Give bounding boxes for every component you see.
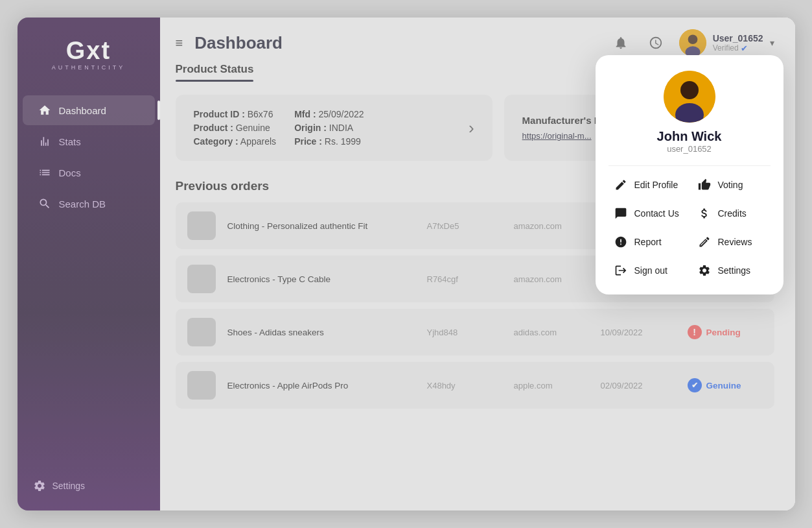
edit-icon	[612, 176, 629, 193]
order-name: Shoes - Adidas sneakers	[227, 328, 415, 337]
origin-row: Origin : INDIA	[294, 123, 364, 133]
header-avatar	[679, 29, 706, 56]
logo-text: Gxt	[66, 38, 111, 63]
order-thumbnail	[187, 211, 216, 240]
table-row[interactable]: Shoes - Adidas sneakers Yjhd848 adidas.c…	[176, 309, 774, 355]
main-content: ≡ Dashboard	[160, 18, 795, 510]
pending-icon: !	[688, 325, 702, 339]
product-card: Product ID : B6x76 Product : Genuine Cat…	[176, 95, 493, 161]
dropdown-item-contact-us[interactable]: Contact Us	[609, 202, 687, 224]
user-verified-label: Verified ✔	[713, 43, 763, 53]
sidebar-settings[interactable]: Settings	[33, 479, 145, 492]
sidebar-label-searchdb: Search DB	[59, 198, 106, 210]
dropdown-item-label: Sign out	[634, 265, 667, 276]
order-thumbnail	[187, 371, 216, 400]
clock-icon	[649, 36, 663, 50]
menu-icon[interactable]: ≡	[176, 36, 183, 51]
genuine-icon: ✔	[688, 378, 702, 392]
signout-icon	[612, 262, 629, 279]
sidebar-label-docs: Docs	[59, 167, 81, 178]
clock-button[interactable]	[644, 31, 667, 54]
notification-button[interactable]	[609, 31, 632, 54]
bar-chart-icon	[38, 135, 51, 148]
product-category-row: Category : Apparels	[194, 136, 277, 147]
dropdown-menu: Edit Profile Voting Contact Us Credits R…	[609, 174, 771, 282]
product-arrow[interactable]: ›	[469, 118, 474, 138]
table-row[interactable]: Electronics - Apple AirPods Pro X48hdy a…	[176, 362, 774, 409]
user-info: User_01652 Verified ✔	[713, 33, 763, 53]
order-source: amazon.com	[514, 274, 589, 284]
product-name-row: Product : Genuine	[194, 123, 277, 133]
dropdown-avatar-image	[664, 71, 715, 123]
sidebar-item-docs[interactable]: Docs	[23, 158, 155, 187]
thumbs-up-icon	[696, 176, 713, 193]
order-date: 02/09/2022	[601, 381, 676, 390]
dropdown-item-sign-out[interactable]: Sign out	[609, 259, 687, 282]
verified-icon: ✔	[741, 43, 748, 53]
active-indicator	[157, 101, 160, 120]
settings-icon	[33, 479, 46, 492]
svg-point-4	[680, 81, 699, 99]
app-logo: Gxt AUTHENTICITY	[17, 18, 160, 82]
order-status: ! Pending	[688, 325, 763, 339]
dropdown-username: user_01652	[667, 144, 712, 154]
section-divider	[176, 80, 253, 82]
order-thumbnail	[187, 265, 216, 293]
settings-label: Settings	[52, 481, 86, 491]
sidebar-nav: Dashboard Stats Docs Search DB	[17, 94, 160, 468]
order-id: X48hdy	[427, 381, 502, 390]
dropdown-item-label: Edit Profile	[634, 180, 679, 190]
dropdown-item-edit-profile[interactable]: Edit Profile	[609, 174, 687, 196]
dropdown-user-name: John Wick	[657, 129, 722, 144]
dropdown-item-label: Reviews	[718, 237, 752, 247]
sidebar-item-stats[interactable]: Stats	[23, 126, 155, 156]
bell-icon	[614, 36, 628, 50]
dropdown-item-reviews[interactable]: Reviews	[692, 231, 771, 253]
order-name: Electronics - Apple AirPods Pro	[227, 381, 415, 390]
user-name: User_01652	[713, 33, 763, 43]
user-badge[interactable]: User_01652 Verified ✔ ▾	[679, 29, 774, 56]
profile-dropdown: John Wick user_01652 Edit Profile Voting…	[596, 55, 783, 294]
sidebar-label-dashboard: Dashboard	[59, 105, 106, 116]
price-row: Price : Rs. 1999	[294, 136, 364, 147]
dropdown-item-label: Credits	[718, 208, 747, 219]
order-name: Electronics - Type C Cable	[227, 274, 415, 284]
sidebar-label-stats: Stats	[59, 136, 81, 147]
page-title: Dashboard	[194, 33, 601, 53]
dropdown-item-label: Voting	[718, 180, 743, 190]
logo-sub: AUTHENTICITY	[52, 64, 126, 71]
dropdown-item-settings[interactable]: Settings	[692, 259, 771, 282]
sidebar-item-dashboard[interactable]: Dashboard	[23, 95, 155, 125]
dropdown-avatar	[664, 71, 715, 123]
order-status: ✔ Genuine	[688, 378, 763, 392]
pen-icon	[696, 234, 713, 250]
dropdown-item-label: Report	[634, 237, 662, 247]
search-icon	[38, 197, 51, 210]
header-avatar-image	[679, 29, 706, 56]
dropdown-item-report[interactable]: Report	[609, 231, 687, 253]
order-source: apple.com	[514, 381, 589, 390]
order-id: A7fxDe5	[427, 221, 502, 231]
chevron-down-icon: ▾	[770, 38, 774, 48]
gear-icon	[696, 262, 713, 279]
product-id-row: Product ID : B6x76	[194, 109, 277, 119]
home-icon	[38, 104, 51, 117]
sidebar-item-searchdb[interactable]: Search DB	[23, 189, 155, 219]
svg-point-1	[688, 34, 697, 44]
product-details-2: Mfd : 25/09/2022 Origin : INDIA Price : …	[294, 109, 364, 147]
mfd-row: Mfd : 25/09/2022	[294, 109, 364, 119]
dropdown-item-label: Settings	[718, 265, 751, 276]
order-date: 10/09/2022	[601, 328, 676, 337]
chat-icon	[612, 205, 629, 222]
order-id: Yjhd848	[427, 328, 502, 337]
order-name: Clothing - Personalized authentic Fit	[227, 221, 415, 231]
dropdown-divider	[609, 165, 771, 166]
order-source: adidas.com	[514, 328, 589, 337]
order-source: amazon.com	[514, 221, 589, 231]
dropdown-item-voting[interactable]: Voting	[692, 174, 771, 196]
order-id: R764cgf	[427, 274, 502, 284]
order-thumbnail	[187, 318, 216, 346]
header-icons: User_01652 Verified ✔ ▾	[609, 29, 774, 56]
dropdown-item-credits[interactable]: Credits	[692, 202, 771, 224]
sidebar: Gxt AUTHENTICITY Dashboard Stats Docs	[17, 18, 160, 510]
